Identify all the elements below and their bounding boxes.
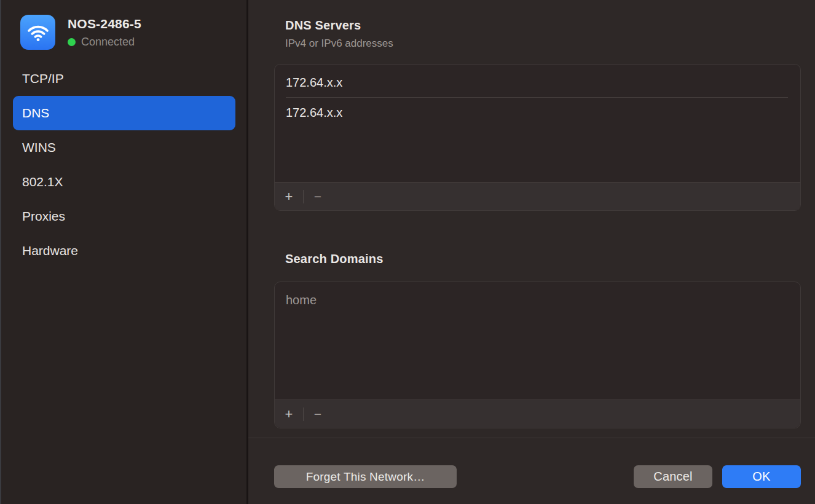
search-domains-title: Search Domains — [285, 252, 384, 266]
search-domains-toolbar: + − — [275, 400, 800, 428]
footer-divider — [248, 438, 815, 438]
add-dns-server-button[interactable]: + — [278, 187, 299, 206]
connected-dot-icon — [68, 38, 76, 46]
remove-dns-server-button[interactable]: − — [307, 187, 328, 206]
wifi-icon — [20, 15, 55, 50]
sidebar: NOS-2486-5 Connected TCP/IP DNS WINS 802… — [0, 0, 248, 504]
sidebar-item-tcpip[interactable]: TCP/IP — [13, 61, 235, 96]
sidebar-item-8021x[interactable]: 802.1X — [13, 165, 235, 199]
add-search-domain-button[interactable]: + — [278, 405, 299, 423]
sidebar-nav: TCP/IP DNS WINS 802.1X Proxies Hardware — [13, 61, 235, 268]
network-header: NOS-2486-5 Connected — [20, 15, 141, 50]
dns-servers-list: 172.64.x.x 172.64.x.x — [275, 65, 800, 182]
remove-search-domain-button[interactable]: − — [307, 405, 328, 423]
toolbar-divider — [303, 190, 304, 203]
forget-network-button[interactable]: Forget This Network… — [274, 465, 457, 488]
search-domain-row[interactable]: home — [275, 285, 800, 315]
connected-label: Connected — [81, 36, 135, 49]
network-status: Connected — [68, 36, 141, 49]
ok-button[interactable]: OK — [722, 465, 801, 488]
sidebar-item-hardware[interactable]: Hardware — [13, 234, 235, 268]
dns-pane: DNS Servers IPv4 or IPv6 addresses 172.6… — [248, 0, 815, 504]
sidebar-item-dns[interactable]: DNS — [13, 96, 235, 130]
dns-servers-toolbar: + − — [275, 182, 800, 210]
toolbar-divider — [303, 408, 304, 421]
dns-server-row[interactable]: 172.64.x.x — [275, 98, 800, 127]
cancel-button[interactable]: Cancel — [634, 465, 712, 488]
sidebar-item-wins[interactable]: WINS — [13, 130, 235, 165]
dns-servers-listbox: 172.64.x.x 172.64.x.x + − — [274, 64, 801, 211]
sidebar-item-proxies[interactable]: Proxies — [13, 199, 235, 234]
search-domains-list: home — [275, 282, 800, 400]
dns-server-row[interactable]: 172.64.x.x — [275, 68, 800, 97]
network-details-window: NOS-2486-5 Connected TCP/IP DNS WINS 802… — [0, 0, 815, 504]
dns-servers-subtitle: IPv4 or IPv6 addresses — [285, 37, 393, 50]
search-domains-listbox: home + − — [274, 282, 801, 428]
network-name: NOS-2486-5 — [68, 17, 141, 31]
wifi-icon-glyph — [26, 20, 50, 45]
dns-servers-title: DNS Servers — [285, 18, 361, 33]
network-info: NOS-2486-5 Connected — [68, 15, 141, 49]
